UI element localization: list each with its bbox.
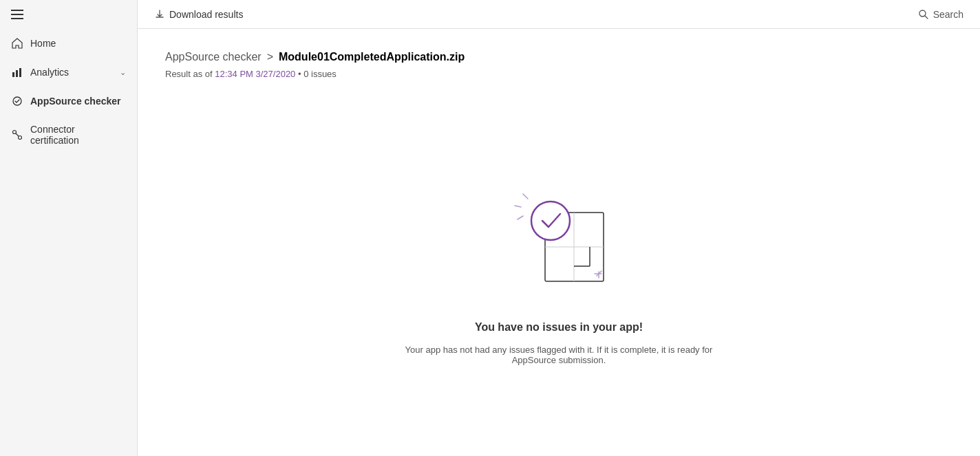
success-area: You have no issues in your app! Your app… xyxy=(165,96,952,434)
home-icon xyxy=(11,37,23,50)
sidebar-item-connector-certification[interactable]: Connector certification xyxy=(0,116,137,154)
result-meta-text: Result as of xyxy=(165,69,215,79)
breadcrumb-current: Module01CompletedApplication.zip xyxy=(279,51,465,63)
svg-line-11 xyxy=(518,216,523,219)
hamburger-icon xyxy=(11,10,23,19)
result-issues: • 0 issues xyxy=(298,69,337,79)
success-subtitle: Your app has not had any issues flagged … xyxy=(387,345,731,365)
svg-line-9 xyxy=(523,194,528,199)
page-content: AppSource checker > Module01CompletedApp… xyxy=(138,29,980,456)
sidebar-connector-label: Connector certification xyxy=(30,124,126,146)
svg-line-8 xyxy=(925,16,928,19)
sidebar-analytics-label: Analytics xyxy=(30,67,69,78)
svg-point-3 xyxy=(13,97,21,105)
result-meta: Result as of 12:34 PM 3/27/2020 • 0 issu… xyxy=(165,69,952,79)
svg-point-4 xyxy=(13,131,17,134)
sidebar-item-analytics[interactable]: Analytics ⌄ xyxy=(0,58,137,87)
breadcrumb-parent[interactable]: AppSource checker xyxy=(165,51,262,63)
breadcrumb: AppSource checker > Module01CompletedApp… xyxy=(165,51,952,63)
search-label: Search xyxy=(933,9,963,20)
svg-rect-2 xyxy=(19,68,21,77)
sidebar-home-label: Home xyxy=(30,38,56,49)
search-icon xyxy=(918,9,929,20)
download-results-label: Download results xyxy=(169,9,243,20)
download-icon xyxy=(154,9,165,20)
analytics-icon xyxy=(11,66,23,78)
svg-rect-1 xyxy=(16,70,18,77)
search-area[interactable]: Search xyxy=(913,6,969,23)
download-results-button[interactable]: Download results xyxy=(149,6,248,23)
chevron-down-icon: ⌄ xyxy=(120,68,126,77)
svg-line-10 xyxy=(515,206,521,207)
success-title: You have no issues in your app! xyxy=(475,321,643,334)
svg-rect-0 xyxy=(12,72,14,77)
sidebar-item-appsource-checker[interactable]: AppSource checker xyxy=(0,87,137,116)
sidebar-nav: Home Analytics ⌄ AppSource chec xyxy=(0,29,137,154)
topbar: Download results Search xyxy=(138,0,980,29)
appsource-icon xyxy=(11,95,23,107)
result-timestamp: 12:34 PM 3/27/2020 xyxy=(215,69,295,79)
sidebar: Home Analytics ⌄ AppSource chec xyxy=(0,0,138,456)
breadcrumb-separator: > xyxy=(267,51,273,63)
svg-point-20 xyxy=(531,202,570,240)
success-illustration xyxy=(490,164,628,302)
connector-icon xyxy=(11,129,23,141)
svg-point-5 xyxy=(19,136,22,140)
svg-line-6 xyxy=(16,133,19,136)
sidebar-item-home[interactable]: Home xyxy=(0,29,137,58)
hamburger-menu[interactable] xyxy=(0,0,137,29)
sidebar-appsource-label: AppSource checker xyxy=(30,96,121,107)
main-content: Download results Search AppSource checke… xyxy=(138,0,980,456)
